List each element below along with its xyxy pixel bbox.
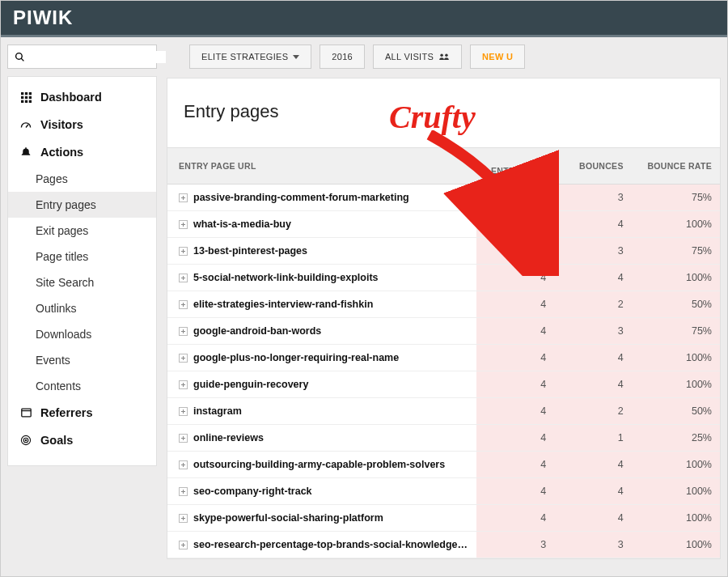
table-row[interactable]: what-is-a-media-buy44100% — [167, 211, 720, 238]
site-selector-label: ELITE STRATEGIES — [201, 52, 288, 62]
table-row[interactable]: instagram4250% — [167, 398, 720, 425]
cell-url[interactable]: 13-best-pinterest-pages — [167, 238, 476, 265]
cell-bounce-rate: 50% — [632, 291, 720, 318]
expand-icon[interactable] — [179, 460, 188, 469]
expand-icon[interactable] — [179, 193, 188, 202]
svg-point-3 — [445, 54, 448, 57]
cell-url[interactable]: 5-social-network-link-building-exploits — [167, 265, 476, 291]
expand-icon[interactable] — [179, 541, 188, 549]
cell-entrances: 4 — [476, 478, 554, 505]
table-row[interactable]: skype-powerful-social-sharing-platform44… — [167, 505, 720, 532]
cell-url[interactable]: google-android-ban-words — [167, 318, 476, 345]
cell-bounce-rate: 75% — [632, 318, 720, 345]
sidebar-item-actions[interactable]: Actions — [8, 138, 156, 166]
cell-bounces: 3 — [554, 318, 632, 345]
cell-entrances: 4 — [476, 291, 554, 318]
expand-icon[interactable] — [179, 407, 188, 416]
sidebar-subitem-label: Page titles — [36, 250, 88, 263]
search-field[interactable] — [30, 51, 166, 63]
window-icon — [19, 408, 32, 418]
sidebar-subitem-site-search[interactable]: Site Search — [8, 269, 156, 295]
expand-icon[interactable] — [179, 300, 188, 309]
sidebar-item-goals[interactable]: Goals — [8, 426, 156, 454]
table-row[interactable]: passive-branding-comment-forum-marketing… — [167, 185, 720, 211]
expand-icon[interactable] — [179, 327, 188, 336]
expand-icon[interactable] — [179, 220, 188, 229]
cell-url-text: google-plus-no-longer-requiring-real-nam… — [193, 352, 399, 363]
table-row[interactable]: seo-company-right-track44100% — [167, 478, 720, 505]
cell-bounce-rate: 100% — [632, 371, 720, 398]
sidebar-item-label: Actions — [40, 146, 83, 159]
sidebar-subitem-contents[interactable]: Contents — [8, 373, 156, 399]
cell-entrances: 4 — [476, 398, 554, 425]
cell-url[interactable]: seo-company-right-track — [167, 478, 476, 505]
col-header-bounces[interactable]: BOUNCES — [554, 148, 632, 185]
cell-url-text: online-reviews — [193, 432, 264, 443]
expand-icon[interactable] — [179, 487, 188, 496]
new-update-button[interactable]: NEW U — [470, 45, 525, 69]
sidebar-subitem-entry-pages[interactable]: Entry pages — [8, 192, 156, 218]
cell-url[interactable]: seo-research-percentage-top-brands-socia… — [167, 532, 476, 558]
table-row[interactable]: outsourcing-building-army-capable-proble… — [167, 452, 720, 478]
table-row[interactable]: online-reviews4125% — [167, 425, 720, 452]
cell-url[interactable]: elite-strategies-interview-rand-fishkin — [167, 291, 476, 318]
sidebar-subitem-page-titles[interactable]: Page titles — [8, 244, 156, 269]
cell-url[interactable]: google-plus-no-longer-requiring-real-nam… — [167, 345, 476, 371]
cell-url-text: guide-penguin-recovery — [193, 379, 308, 390]
sidebar-subitem-pages[interactable]: Pages — [8, 166, 156, 192]
cell-url-text: instagram — [193, 405, 242, 417]
cell-entrances: 4 — [476, 345, 554, 371]
sidebar-subitem-downloads[interactable]: Downloads — [8, 321, 156, 347]
sidebar-item-visitors[interactable]: Visitors — [8, 111, 156, 138]
table-row[interactable]: google-plus-no-longer-requiring-real-nam… — [167, 345, 720, 371]
expand-icon[interactable] — [179, 514, 188, 523]
table-row[interactable]: seo-research-percentage-top-brands-socia… — [167, 532, 720, 558]
table-row[interactable]: google-android-ban-words4375% — [167, 318, 720, 345]
cell-bounces: 3 — [554, 238, 632, 265]
cell-entrances: 4 — [476, 452, 554, 478]
sidebar-subitem-events[interactable]: Events — [8, 347, 156, 373]
col-header-bounce-rate[interactable]: BOUNCE RATE — [632, 148, 720, 185]
main-panel: Entry pages ENTRY PAGE URL ENTRANCES BOU… — [167, 78, 721, 559]
col-header-url[interactable]: ENTRY PAGE URL — [167, 148, 476, 185]
expand-icon[interactable] — [179, 247, 188, 256]
table-row[interactable]: elite-strategies-interview-rand-fishkin4… — [167, 291, 720, 318]
cell-bounce-rate: 100% — [632, 452, 720, 478]
cell-url[interactable]: guide-penguin-recovery — [167, 371, 476, 398]
table-row[interactable]: 13-best-pinterest-pages4375% — [167, 238, 720, 265]
search-icon — [15, 52, 25, 62]
cell-url[interactable]: passive-branding-comment-forum-marketing — [167, 185, 476, 211]
sidebar-subitem-outlinks[interactable]: Outlinks — [8, 295, 156, 321]
sidebar-item-dashboard[interactable]: Dashboard — [8, 83, 156, 111]
table-row[interactable]: guide-penguin-recovery44100% — [167, 371, 720, 398]
expand-icon[interactable] — [179, 434, 188, 443]
cell-bounce-rate: 100% — [632, 211, 720, 238]
grid-icon — [19, 92, 32, 103]
date-selector[interactable]: 2016 — [320, 45, 365, 69]
app-logo: PIWIK — [13, 6, 73, 29]
expand-icon[interactable] — [179, 354, 188, 363]
cell-url[interactable]: what-is-a-media-buy — [167, 211, 476, 238]
svg-rect-5 — [24, 92, 27, 95]
search-input[interactable] — [7, 45, 157, 69]
cell-entrances: 4 — [476, 425, 554, 452]
page-title: Entry pages — [184, 101, 704, 122]
segment-label: ALL VISITS — [385, 52, 434, 62]
cell-url[interactable]: instagram — [167, 398, 476, 425]
expand-icon[interactable] — [179, 380, 188, 389]
sidebar-subitem-exit-pages[interactable]: Exit pages — [8, 218, 156, 244]
cell-bounces: 4 — [554, 265, 632, 291]
svg-rect-14 — [21, 409, 30, 417]
sidebar-item-label: Visitors — [40, 118, 83, 131]
col-header-entrances[interactable]: ENTRANCES — [476, 148, 554, 185]
cell-url-text: passive-branding-comment-forum-marketing — [193, 192, 409, 203]
sidebar-item-referrers[interactable]: Referrers — [8, 399, 156, 426]
site-selector[interactable]: ELITE STRATEGIES — [189, 45, 311, 69]
expand-icon[interactable] — [179, 274, 188, 282]
cell-url[interactable]: skype-powerful-social-sharing-platform — [167, 505, 476, 532]
cell-url[interactable]: online-reviews — [167, 425, 476, 452]
cell-url[interactable]: outsourcing-building-army-capable-proble… — [167, 452, 476, 478]
panel-header: Entry pages — [167, 78, 721, 147]
segment-selector[interactable]: ALL VISITS — [373, 45, 462, 69]
table-row[interactable]: 5-social-network-link-building-exploits4… — [167, 265, 720, 291]
